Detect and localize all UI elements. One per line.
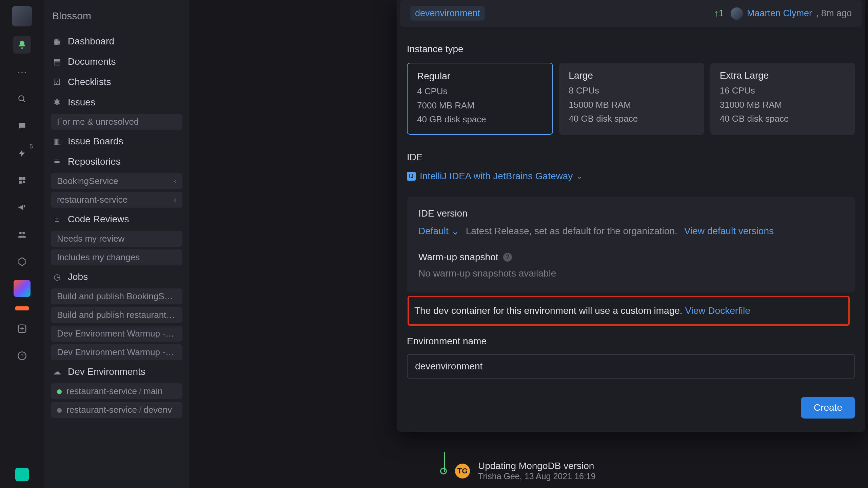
svg-rect-4 [19, 181, 22, 184]
documents-icon: ▤ [52, 57, 62, 66]
warmup-label: Warm-up snapshot [418, 252, 498, 263]
instance-type-label: Instance type [407, 44, 855, 55]
sidebar-item-label: Issue Boards [68, 136, 123, 147]
sidebar-env-0[interactable]: restaurant-service/main [51, 383, 182, 399]
commit-author: Trisha Gee [478, 471, 520, 481]
sidebar-item-label: Issues [68, 97, 95, 108]
sidebar-item-checklists[interactable]: ☑ Checklists [44, 72, 189, 92]
sidebar-item-label: Jobs [68, 271, 88, 282]
org-name: Blossom [44, 10, 189, 31]
warmup-none: No warm-up snapshots available [418, 268, 844, 279]
intellij-icon: IJ [407, 172, 416, 181]
commit-graph-node-icon [440, 468, 447, 474]
megaphone-icon[interactable] [13, 199, 31, 216]
branch-author: Maarten Clymer , 8m ago [731, 7, 852, 20]
chevron-left-icon: ‹ [174, 196, 176, 204]
sidebar-item-dev-envs[interactable]: ☁ Dev Environments [44, 362, 189, 382]
sidebar-repo-0[interactable]: BookingService‹ [51, 173, 182, 189]
sidebar-filter-issues[interactable]: For me & unresolved [51, 114, 182, 130]
sidebar-item-repositories[interactable]: ≣ Repositories [44, 151, 189, 172]
settings-icon[interactable] [13, 253, 31, 270]
code-reviews-icon: ± [52, 215, 62, 224]
sidebar-job-0[interactable]: Build and publish BookingServic [51, 288, 182, 304]
view-default-versions-link[interactable]: View default versions [684, 226, 774, 237]
add-icon[interactable] [13, 320, 31, 338]
instance-regular[interactable]: Regular 4 CPUs 7000 MB RAM 40 GB disk sp… [407, 63, 553, 135]
search-icon[interactable] [13, 90, 31, 108]
status-dot-green-icon [57, 389, 62, 394]
author-name[interactable]: Maarten Clymer [747, 8, 812, 19]
sidebar-item-jobs[interactable]: ◷ Jobs [44, 267, 189, 287]
notifications-icon[interactable] [13, 36, 31, 54]
sidebar-item-label: Dashboard [68, 36, 114, 47]
commit-message: Updating MongoDB version [478, 461, 596, 471]
sidebar-item-label: Dev Environments [68, 366, 145, 377]
dockerfile-notice: The dev container for this environment w… [408, 296, 850, 326]
checklists-icon: ☑ [52, 77, 62, 87]
jobs-icon: ◷ [52, 272, 62, 282]
main-area: Settings Open in IDE Clone... Filter by … [189, 0, 868, 488]
svg-text:?: ? [20, 353, 23, 359]
branch-chip[interactable]: devenvironment [410, 6, 485, 21]
ide-version-dropdown[interactable]: Default ⌄ [418, 226, 459, 237]
instance-large[interactable]: Large 8 CPUs 15000 MB RAM 40 GB disk spa… [559, 63, 704, 135]
ahead-indicator: ↑1 [714, 8, 724, 19]
ide-name: IntelliJ IDEA with JetBrains Gateway [420, 171, 573, 182]
team-icon[interactable] [13, 226, 31, 243]
sidebar-repo-1[interactable]: restaurant-service‹ [51, 192, 182, 208]
status-dot-grey-icon [57, 408, 62, 413]
sidebar-item-issues[interactable]: ✱ Issues [44, 92, 189, 113]
ide-label: IDE [407, 152, 855, 163]
orange-icon[interactable] [15, 306, 29, 310]
boards-icon: ▥ [52, 137, 62, 146]
avatar[interactable] [12, 6, 32, 26]
svg-marker-7 [19, 258, 25, 265]
env-name-input[interactable] [407, 354, 855, 379]
branch-row: devenvironment ↑1 Maarten Clymer , 8m ag… [400, 0, 862, 27]
jetbrains-icon[interactable] [14, 280, 31, 297]
dashboard-icon: ▦ [52, 37, 62, 46]
instance-extra-large[interactable]: Extra Large 16 CPUs 31000 MB RAM 40 GB d… [710, 63, 855, 135]
svg-point-6 [22, 232, 25, 234]
more-icon[interactable]: ⋯ [13, 63, 31, 81]
issues-icon: ✱ [52, 98, 62, 107]
sidebar-item-label: Checklists [68, 77, 111, 87]
sidebar-item-issue-boards[interactable]: ▥ Issue Boards [44, 131, 189, 151]
icon-rail: ⋯ 5 ? [0, 0, 44, 488]
commit-date: 13 Aug 2021 16:19 [525, 471, 596, 481]
lightning-badge: 5 [29, 143, 33, 150]
product-icon[interactable] [15, 468, 29, 481]
chat-icon[interactable] [13, 117, 31, 135]
create-button[interactable]: Create [801, 397, 855, 419]
sidebar-item-dashboard[interactable]: ▦ Dashboard [44, 31, 189, 52]
sidebar-job-1[interactable]: Build and publish restaurant-se [51, 307, 182, 323]
ide-version-desc: Latest Release, set as default for the o… [466, 226, 677, 237]
sidebar-job-2[interactable]: Dev Environment Warmup - Fle [51, 326, 182, 342]
sidebar-cr-1[interactable]: Includes my changes [51, 249, 182, 265]
ide-version-label: IDE version [418, 208, 844, 219]
sidebar: Blossom ▦ Dashboard ▤ Documents ☑ Checkl… [44, 0, 189, 488]
ide-version-box: IDE version Default ⌄ Latest Release, se… [407, 197, 855, 292]
sidebar-item-documents[interactable]: ▤ Documents [44, 52, 189, 72]
commit-author-avatar: TG [455, 464, 470, 479]
sidebar-item-code-reviews[interactable]: ± Code Reviews [44, 209, 189, 229]
apps-icon[interactable] [13, 171, 31, 189]
help-icon[interactable]: ? [503, 253, 512, 262]
sidebar-item-label: Documents [68, 56, 116, 67]
svg-rect-2 [19, 177, 22, 180]
lightning-icon[interactable]: 5 [13, 144, 31, 162]
help-icon[interactable]: ? [13, 347, 31, 365]
chevron-down-icon: ⌄ [451, 226, 459, 237]
svg-rect-3 [22, 177, 25, 180]
sidebar-item-label: Repositories [68, 156, 121, 167]
dockerfile-msg: The dev container for this environment w… [414, 305, 683, 316]
sidebar-cr-0[interactable]: Needs my review [51, 231, 182, 247]
view-dockerfile-link[interactable]: View Dockerfile [685, 305, 750, 316]
commit-row[interactable]: TG Updating MongoDB version Trisha Gee, … [440, 461, 596, 481]
sidebar-job-3[interactable]: Dev Environment Warmup - Gat [51, 344, 182, 360]
chevron-left-icon: ‹ [174, 177, 176, 186]
ide-selector[interactable]: IJ IntelliJ IDEA with JetBrains Gateway … [407, 171, 583, 182]
sidebar-env-1[interactable]: restaurant-service/devenv [51, 402, 182, 418]
sidebar-item-label: Code Reviews [68, 214, 129, 225]
instance-type-options: Regular 4 CPUs 7000 MB RAM 40 GB disk sp… [407, 63, 855, 135]
